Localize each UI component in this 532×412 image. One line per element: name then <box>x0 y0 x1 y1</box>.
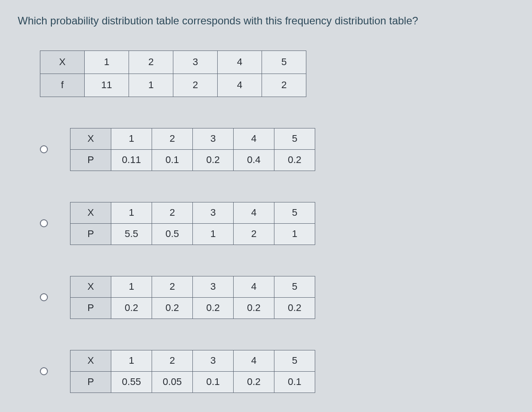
cell: 0.5 <box>152 223 193 245</box>
row-label-x: X <box>70 128 111 149</box>
cell: 2 <box>152 128 193 149</box>
cell: 3 <box>173 51 218 74</box>
cell: 11 <box>85 74 129 97</box>
cell: 1 <box>111 202 152 223</box>
cell: 4 <box>234 202 274 223</box>
answer-option-b[interactable]: X 1 2 3 4 5 P 5.5 0.5 1 2 1 <box>40 202 514 245</box>
cell: 3 <box>193 276 234 297</box>
row-label-x: X <box>70 350 111 371</box>
cell: 0.2 <box>193 297 234 319</box>
cell: 4 <box>234 350 274 371</box>
cell: 1 <box>111 350 152 371</box>
row-label-p: P <box>70 371 111 393</box>
row-label-x: X <box>70 202 111 223</box>
table-row: P 0.55 0.05 0.1 0.2 0.1 <box>70 371 315 393</box>
cell: 1 <box>111 276 152 297</box>
cell: 2 <box>152 350 193 371</box>
cell: 1 <box>193 223 234 245</box>
cell: 0.2 <box>274 297 315 319</box>
cell: 3 <box>193 202 234 223</box>
row-label-x: X <box>70 276 111 297</box>
cell: 3 <box>193 350 234 371</box>
table-row: X 1 2 3 4 5 <box>40 51 306 74</box>
cell: 3 <box>193 128 234 149</box>
row-label-p: P <box>70 223 111 245</box>
question-text: Which probability distribution table cor… <box>18 13 514 28</box>
row-label-x: X <box>40 51 85 74</box>
cell: 0.2 <box>234 297 274 319</box>
cell: 0.1 <box>274 371 315 393</box>
frequency-table-section: X 1 2 3 4 5 f 11 1 2 4 2 <box>40 51 514 97</box>
cell: 0.2 <box>234 371 274 393</box>
cell: 2 <box>234 223 274 245</box>
radio-icon[interactable] <box>40 219 48 227</box>
row-label-p: P <box>70 149 111 171</box>
cell: 5.5 <box>111 223 152 245</box>
probability-table: X 1 2 3 4 5 P 0.2 0.2 0.2 0.2 0.2 <box>70 276 315 319</box>
table-row: X 1 2 3 4 5 <box>70 128 315 149</box>
cell: 4 <box>218 74 262 97</box>
cell: 0.2 <box>111 297 152 319</box>
radio-icon[interactable] <box>40 293 48 301</box>
cell: 0.55 <box>111 371 152 393</box>
cell: 5 <box>274 202 315 223</box>
cell: 0.05 <box>152 371 193 393</box>
cell: 5 <box>274 276 315 297</box>
cell: 1 <box>85 51 129 74</box>
cell: 1 <box>129 74 173 97</box>
table-row: f 11 1 2 4 2 <box>40 74 306 97</box>
cell: 0.4 <box>234 149 274 171</box>
cell: 0.2 <box>193 149 234 171</box>
cell: 0.2 <box>152 297 193 319</box>
table-row: X 1 2 3 4 5 <box>70 276 315 297</box>
table-row: X 1 2 3 4 5 <box>70 350 315 371</box>
radio-icon[interactable] <box>40 367 48 375</box>
frequency-table: X 1 2 3 4 5 f 11 1 2 4 2 <box>40 51 306 97</box>
answer-option-c[interactable]: X 1 2 3 4 5 P 0.2 0.2 0.2 0.2 0.2 <box>40 276 514 319</box>
cell: 5 <box>274 350 315 371</box>
cell: 4 <box>234 128 274 149</box>
answer-option-a[interactable]: X 1 2 3 4 5 P 0.11 0.1 0.2 0.4 0.2 <box>40 128 514 171</box>
cell: 2 <box>173 74 218 97</box>
cell: 1 <box>274 223 315 245</box>
cell: 0.2 <box>274 149 315 171</box>
radio-icon[interactable] <box>40 145 48 153</box>
probability-table: X 1 2 3 4 5 P 5.5 0.5 1 2 1 <box>70 202 315 245</box>
answer-option-d[interactable]: X 1 2 3 4 5 P 0.55 0.05 0.1 0.2 0.1 <box>40 350 514 393</box>
row-label-p: P <box>70 297 111 319</box>
cell: 2 <box>152 276 193 297</box>
cell: 2 <box>262 74 306 97</box>
cell: 0.1 <box>193 371 234 393</box>
cell: 4 <box>218 51 262 74</box>
table-row: P 5.5 0.5 1 2 1 <box>70 223 315 245</box>
row-label-f: f <box>40 74 85 97</box>
table-row: X 1 2 3 4 5 <box>70 202 315 223</box>
cell: 2 <box>152 202 193 223</box>
cell: 0.11 <box>111 149 152 171</box>
cell: 5 <box>274 128 315 149</box>
probability-table: X 1 2 3 4 5 P 0.11 0.1 0.2 0.4 0.2 <box>70 128 315 171</box>
table-row: P 0.2 0.2 0.2 0.2 0.2 <box>70 297 315 319</box>
cell: 2 <box>129 51 173 74</box>
cell: 4 <box>234 276 274 297</box>
table-row: P 0.11 0.1 0.2 0.4 0.2 <box>70 149 315 171</box>
cell: 5 <box>262 51 306 74</box>
probability-table: X 1 2 3 4 5 P 0.55 0.05 0.1 0.2 0.1 <box>70 350 315 393</box>
cell: 0.1 <box>152 149 193 171</box>
cell: 1 <box>111 128 152 149</box>
